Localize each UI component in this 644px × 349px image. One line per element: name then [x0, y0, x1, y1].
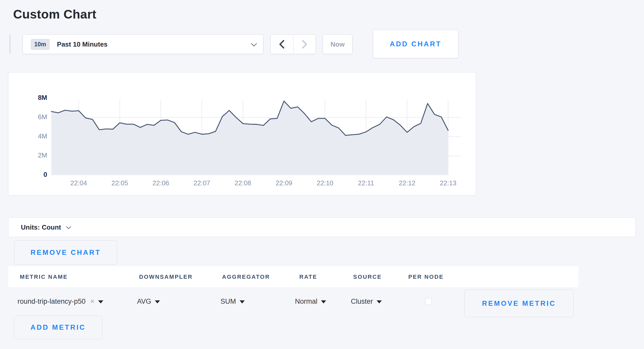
- column-header-per-node: PER NODE: [408, 266, 444, 287]
- chevron-left-icon: [278, 39, 285, 49]
- caret-down-icon: [321, 300, 326, 303]
- column-header-metric-name: METRIC NAME: [20, 266, 68, 287]
- svg-text:2M: 2M: [38, 152, 47, 159]
- svg-text:22:10: 22:10: [317, 179, 333, 187]
- column-header-source: SOURCE: [353, 266, 382, 287]
- svg-text:0: 0: [44, 171, 47, 178]
- page-title: Custom Chart: [13, 7, 96, 21]
- remove-chart-button[interactable]: REMOVE CHART: [14, 240, 117, 265]
- time-window-label: Past 10 Minutes: [57, 40, 108, 48]
- svg-text:22:12: 22:12: [399, 179, 416, 187]
- metric-name-dropdown[interactable]: round-trip-latency-p50 ×: [18, 287, 103, 316]
- downsampler-value: AVG: [137, 298, 151, 306]
- svg-text:22:06: 22:06: [152, 179, 169, 187]
- aggregator-dropdown[interactable]: SUM: [221, 287, 245, 316]
- units-bar: Units: Count: [8, 217, 636, 237]
- metrics-table-header: METRIC NAME DOWNSAMPLER AGGREGATOR RATE …: [8, 266, 578, 287]
- svg-text:22:13: 22:13: [440, 179, 456, 187]
- caret-down-icon: [240, 300, 245, 303]
- time-window-badge: 10m: [31, 39, 50, 50]
- toolbar-divider: [10, 35, 10, 54]
- rate-value: Normal: [295, 298, 317, 306]
- svg-text:22:09: 22:09: [276, 179, 292, 187]
- prev-timespan-button[interactable]: [271, 35, 293, 54]
- column-header-downsampler: DOWNSAMPLER: [139, 266, 193, 287]
- add-chart-button[interactable]: ADD CHART: [373, 30, 458, 58]
- chevron-down-icon: [66, 224, 71, 229]
- time-nav-group: [270, 34, 316, 54]
- next-timespan-button[interactable]: [293, 35, 316, 54]
- remove-metric-button[interactable]: REMOVE METRIC: [464, 290, 573, 317]
- svg-text:6M: 6M: [38, 113, 47, 120]
- downsampler-dropdown[interactable]: AVG: [137, 287, 160, 316]
- column-header-rate: RATE: [299, 266, 317, 287]
- svg-text:22:08: 22:08: [235, 179, 251, 187]
- caret-down-icon: [377, 300, 382, 303]
- metric-row: round-trip-latency-p50 × AVG SUM Normal …: [8, 287, 636, 316]
- units-label: Units: Count: [21, 223, 61, 231]
- svg-text:22:11: 22:11: [358, 179, 374, 187]
- source-dropdown[interactable]: Cluster: [351, 287, 382, 316]
- svg-text:8M: 8M: [38, 94, 47, 101]
- caret-down-icon: [98, 300, 103, 303]
- units-select[interactable]: Units: Count: [21, 223, 70, 231]
- rate-dropdown[interactable]: Normal: [295, 287, 326, 316]
- now-button[interactable]: Now: [323, 34, 352, 54]
- source-value: Cluster: [351, 298, 373, 306]
- chevron-right-icon: [301, 39, 308, 49]
- add-metric-button[interactable]: ADD METRIC: [14, 316, 102, 339]
- chevron-down-icon: [251, 41, 257, 47]
- caret-down-icon: [155, 300, 160, 303]
- per-node-checkbox[interactable]: [425, 298, 432, 305]
- aggregator-value: SUM: [221, 298, 236, 306]
- timeseries-chart[interactable]: 22:0422:0522:0622:0722:0822:0922:1022:11…: [9, 73, 476, 195]
- chart-card: 22:0422:0522:0622:0722:0822:0922:1022:11…: [8, 72, 476, 195]
- time-range-select[interactable]: 10m Past 10 Minutes: [23, 34, 263, 54]
- metric-name-value: round-trip-latency-p50: [18, 298, 86, 306]
- remove-tag-icon[interactable]: ×: [90, 297, 94, 306]
- svg-text:22:05: 22:05: [112, 179, 128, 187]
- column-header-aggregator: AGGREGATOR: [222, 266, 270, 287]
- svg-text:22:04: 22:04: [70, 179, 87, 187]
- svg-text:4M: 4M: [38, 133, 47, 140]
- svg-text:22:07: 22:07: [193, 179, 210, 187]
